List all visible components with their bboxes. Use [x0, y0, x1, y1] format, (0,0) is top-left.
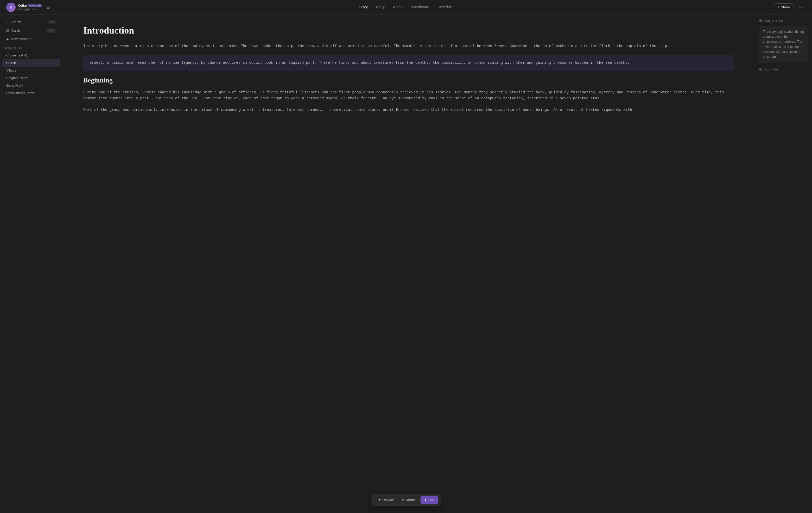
beginning-title: Beginning [83, 77, 734, 84]
nav-left: K Keiko VOYAGER keiko@gm.com ⊟ [6, 3, 53, 12]
intro-title: Introduction [83, 25, 734, 36]
sidebar-item-cruise[interactable]: Cruise [2, 59, 60, 67]
app-body: ⌕ Search ⌘K ▤ Cards ⇧⌘N ◈ New scenario S… [0, 14, 812, 513]
ideate-icon: ✏ [402, 498, 405, 502]
note-icon: ⊞ [759, 19, 762, 23]
sidebar-item-crazy-dream[interactable]: Crazy dream [draft] [2, 89, 60, 97]
user-name: Keiko [18, 4, 27, 7]
avatar: K [6, 3, 16, 12]
bottom-toolbar: 👁 Review ✏ Ideate ✦ Add [372, 494, 441, 506]
search-action[interactable]: ⌕ Search ⌘K [2, 18, 60, 26]
side-notes-panel: ⊞ SIDE NOTES The story begins when durin… [755, 14, 812, 513]
top-navigation: K Keiko VOYAGER keiko@gm.com ⊟ Story Dia… [0, 0, 812, 14]
tab-diary[interactable]: Diary [376, 0, 385, 14]
add-note-button[interactable]: ⊞ Add note [759, 66, 808, 72]
highlight-text: Ernest, a passionate researcher of marin… [89, 61, 630, 65]
search-shortcut: ⌘K [48, 20, 56, 24]
share-icon: ↑ [778, 5, 779, 9]
side-notes-header: ⊞ SIDE NOTES [759, 19, 808, 23]
add-note-icon: ⊞ [759, 67, 762, 71]
sidebar-item-quite-night[interactable]: Quite Night [2, 82, 60, 89]
add-button[interactable]: ✦ Add [420, 496, 438, 504]
more-options-button[interactable]: ⋯ [797, 3, 806, 11]
cards-shortcut: ⇧⌘N [46, 28, 56, 33]
scenarios-section-label: SCENARIOS [0, 47, 62, 50]
tab-notes[interactable]: Notes [393, 0, 403, 14]
add-icon: ✦ [424, 498, 427, 502]
cards-action[interactable]: ▤ Cards ⇧⌘N [2, 26, 60, 35]
tab-story[interactable]: Story [359, 0, 368, 14]
beginning-paragraph-2: Part of the group was particularly inter… [83, 107, 734, 113]
note-card: The story begins when during a cruise on… [759, 26, 808, 63]
tab-moodboard[interactable]: Moodboard [411, 0, 429, 14]
sidebar-item-egyptian-night[interactable]: Egyptian Night [2, 74, 60, 82]
highlight-block[interactable]: ⠿ Ernest, a passionate researcher of mar… [83, 55, 734, 71]
intro-paragraph: The story begins when during a cruise on… [83, 43, 734, 50]
search-icon: ⌕ [6, 20, 8, 24]
user-info: Keiko VOYAGER keiko@gm.com [18, 4, 42, 11]
tab-schedule[interactable]: Schedule [437, 0, 453, 14]
sidebar-item-cruise-test[interactable]: Cruise Test #1 [2, 52, 60, 59]
ideate-button[interactable]: ✏ Ideate [398, 496, 419, 504]
review-icon: 👁 [378, 498, 381, 502]
user-badge: VOYAGER [28, 4, 42, 7]
nav-tabs: Story Diary Notes Moodboard Schedule [359, 0, 453, 14]
cards-icon: ▤ [6, 29, 9, 32]
drag-handle-icon: ⠿ [78, 60, 81, 66]
user-email: keiko@gm.com [18, 7, 42, 11]
sidebar-item-village[interactable]: Village [2, 67, 60, 74]
main-content: Introduction The story begins when durin… [62, 14, 755, 513]
sidebar: ⌕ Search ⌘K ▤ Cards ⇧⌘N ◈ New scenario S… [0, 14, 62, 513]
sidebar-toggle-button[interactable]: ⊟ [46, 5, 50, 10]
beginning-paragraph-1: During one of the cruises, Ernest shared… [83, 90, 734, 102]
new-scenario-action[interactable]: ◈ New scenario [2, 35, 60, 43]
review-button[interactable]: 👁 Review [374, 496, 398, 504]
diamond-icon: ◈ [6, 37, 9, 41]
nav-right: ↑ Share ⋯ [759, 3, 806, 11]
share-button[interactable]: ↑ Share [774, 3, 794, 11]
